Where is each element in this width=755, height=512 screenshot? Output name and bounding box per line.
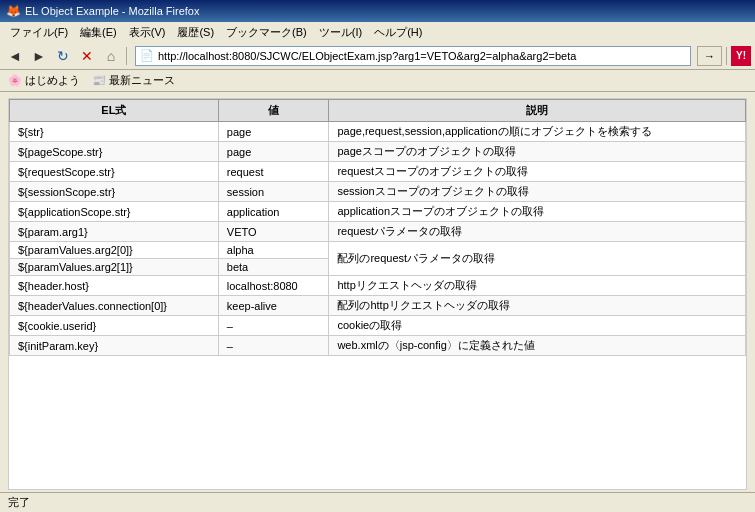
- el-value: –: [218, 316, 329, 336]
- start-label: はじめよう: [25, 73, 80, 88]
- forward-button[interactable]: ►: [28, 45, 50, 67]
- el-value: request: [218, 162, 329, 182]
- window-title: EL Object Example - Mozilla Firefox: [25, 5, 199, 17]
- el-description: web.xmlの〈jsp-config〉に定義された値: [329, 336, 746, 356]
- el-description: requestパラメータの取得: [329, 222, 746, 242]
- el-expression: ${header.host}: [10, 276, 219, 296]
- el-expression: ${sessionScope.str}: [10, 182, 219, 202]
- el-value: page: [218, 142, 329, 162]
- menu-tools[interactable]: ツール(I): [313, 24, 368, 41]
- table-row: ${sessionScope.str}sessionsessionスコープのオブ…: [10, 182, 746, 202]
- home-button[interactable]: ⌂: [100, 45, 122, 67]
- el-description: 配列のhttpリクエストヘッダの取得: [329, 296, 746, 316]
- links-item-start[interactable]: 🌸 はじめよう: [8, 73, 80, 88]
- table-row: ${initParam.key}–web.xmlの〈jsp-config〉に定義…: [10, 336, 746, 356]
- el-value: page: [218, 122, 329, 142]
- menu-view[interactable]: 表示(V): [123, 24, 172, 41]
- el-description: cookieの取得: [329, 316, 746, 336]
- main-content: EL式 値 説明 ${str}pagepage,request,session,…: [8, 98, 747, 490]
- table-row: ${headerValues.connection[0]}keep-alive配…: [10, 296, 746, 316]
- el-value: alpha: [218, 242, 329, 259]
- el-description: sessionスコープのオブジェクトの取得: [329, 182, 746, 202]
- el-description: httpリクエストヘッダの取得: [329, 276, 746, 296]
- table-row: ${param.arg1}VETOrequestパラメータの取得: [10, 222, 746, 242]
- el-description: pageスコープのオブジェクトの取得: [329, 142, 746, 162]
- menu-history[interactable]: 履歴(S): [171, 24, 220, 41]
- el-expression: ${initParam.key}: [10, 336, 219, 356]
- refresh-button[interactable]: ↻: [52, 45, 74, 67]
- address-bar: 📄: [135, 46, 691, 66]
- col-value-header: 値: [218, 100, 329, 122]
- address-input[interactable]: [158, 50, 686, 62]
- firefox-icon: 🦊: [6, 4, 21, 18]
- el-expression: ${param.arg1}: [10, 222, 219, 242]
- stop-button[interactable]: ✕: [76, 45, 98, 67]
- table-row: ${header.host}localhost:8080httpリクエストヘッダ…: [10, 276, 746, 296]
- table-row: ${paramValues.arg2[0]}alpha配列のrequestパラメ…: [10, 242, 746, 259]
- status-text: 完了: [8, 495, 30, 510]
- toolbar: ◄ ► ↻ ✕ ⌂ 📄 → Y!: [0, 42, 755, 70]
- el-description: applicationスコープのオブジェクトの取得: [329, 202, 746, 222]
- links-item-news[interactable]: 📰 最新ニュース: [92, 73, 175, 88]
- col-desc-header: 説明: [329, 100, 746, 122]
- menu-file[interactable]: ファイル(F): [4, 24, 74, 41]
- el-value: application: [218, 202, 329, 222]
- menu-bookmarks[interactable]: ブックマーク(B): [220, 24, 313, 41]
- yahoo-button[interactable]: Y!: [731, 46, 751, 66]
- el-expression: ${str}: [10, 122, 219, 142]
- page-icon: 📄: [140, 49, 154, 62]
- table-row: ${applicationScope.str}applicationapplic…: [10, 202, 746, 222]
- news-label: 最新ニュース: [109, 73, 175, 88]
- el-expression: ${headerValues.connection[0]}: [10, 296, 219, 316]
- el-expression: ${pageScope.str}: [10, 142, 219, 162]
- table-row: ${requestScope.str}requestrequestスコープのオブ…: [10, 162, 746, 182]
- go-button[interactable]: →: [697, 46, 722, 66]
- table-row: ${str}pagepage,request,session,applicati…: [10, 122, 746, 142]
- el-value: session: [218, 182, 329, 202]
- menu-edit[interactable]: 編集(E): [74, 24, 123, 41]
- toolbar-separator2: [726, 47, 727, 65]
- el-value: –: [218, 336, 329, 356]
- el-expression: ${applicationScope.str}: [10, 202, 219, 222]
- title-bar: 🦊 EL Object Example - Mozilla Firefox: [0, 0, 755, 22]
- table-row: ${pageScope.str}pagepageスコープのオブジェクトの取得: [10, 142, 746, 162]
- el-value: keep-alive: [218, 296, 329, 316]
- news-icon: 📰: [92, 74, 106, 87]
- el-description: page,request,session,applicationの順にオブジェク…: [329, 122, 746, 142]
- el-expression: ${cookie.userid}: [10, 316, 219, 336]
- status-bar: 完了: [0, 492, 755, 512]
- menu-help[interactable]: ヘルプ(H): [368, 24, 428, 41]
- menu-bar: ファイル(F) 編集(E) 表示(V) 履歴(S) ブックマーク(B) ツール(…: [0, 22, 755, 42]
- table-row: ${cookie.userid}–cookieの取得: [10, 316, 746, 336]
- el-expression: ${requestScope.str}: [10, 162, 219, 182]
- links-bar: 🌸 はじめよう 📰 最新ニュース: [0, 70, 755, 92]
- el-expression: ${paramValues.arg2[0]}: [10, 242, 219, 259]
- el-description: requestスコープのオブジェクトの取得: [329, 162, 746, 182]
- start-icon: 🌸: [8, 74, 22, 87]
- col-el-header: EL式: [10, 100, 219, 122]
- el-value: VETO: [218, 222, 329, 242]
- el-value: localhost:8080: [218, 276, 329, 296]
- back-button[interactable]: ◄: [4, 45, 26, 67]
- el-expression: ${paramValues.arg2[1]}: [10, 259, 219, 276]
- el-description: 配列のrequestパラメータの取得: [329, 242, 746, 276]
- toolbar-separator: [126, 47, 127, 65]
- el-value: beta: [218, 259, 329, 276]
- el-table: EL式 値 説明 ${str}pagepage,request,session,…: [9, 99, 746, 356]
